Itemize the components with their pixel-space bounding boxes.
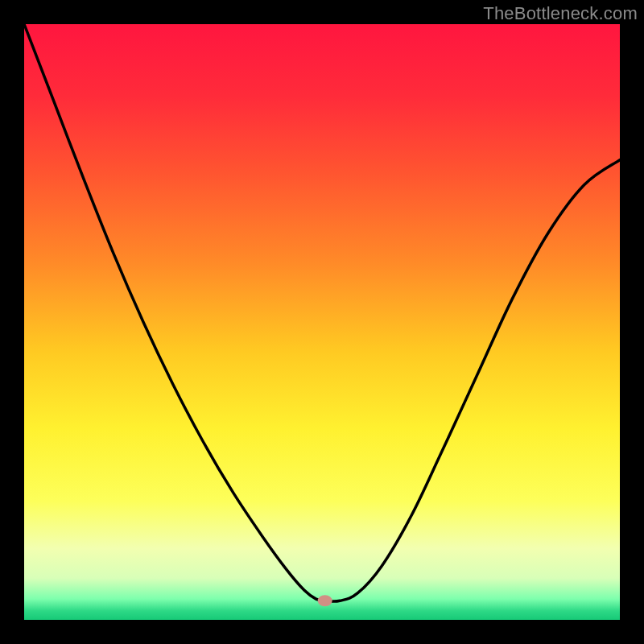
chart-svg xyxy=(24,24,620,620)
chart-container: TheBottleneck.com xyxy=(0,0,644,644)
optimal-marker xyxy=(318,595,332,606)
gradient-background xyxy=(24,24,620,620)
plot-area xyxy=(24,24,620,620)
watermark-text: TheBottleneck.com xyxy=(483,3,638,24)
